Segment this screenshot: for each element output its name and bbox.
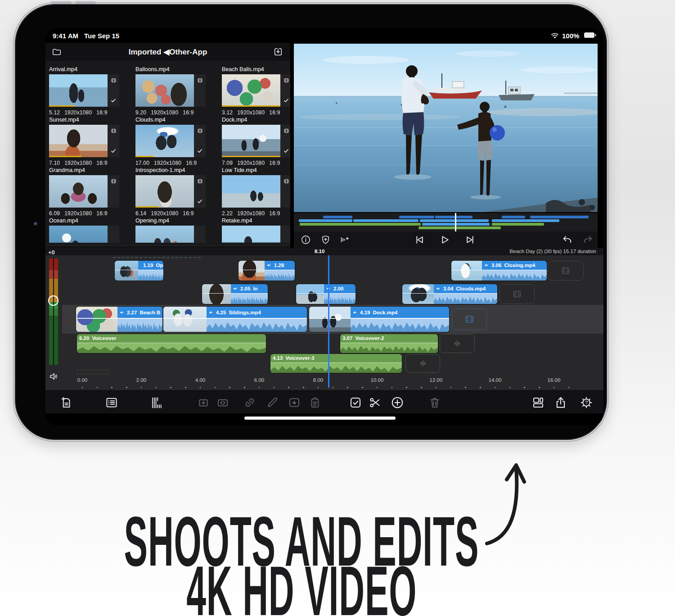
overview-playhead[interactable]	[455, 213, 456, 231]
library-clip[interactable]: Balloons.mp4 9.201920x108016:9	[135, 66, 218, 116]
timeline-clip-clouds[interactable]: 3.04Clouds.mp4	[402, 284, 497, 304]
timeline-clip-dock[interactable]: 4.19Dock.mp4	[309, 307, 449, 332]
audio-level-knob[interactable]	[48, 295, 58, 306]
track-hint-dashed	[113, 257, 201, 258]
audio-clip-voiceover[interactable]: 6.20Voiceover	[77, 334, 266, 353]
skip-to-end-button[interactable]	[465, 234, 476, 245]
clip-thumbnail	[49, 175, 108, 208]
library-clip[interactable]: Sunset.mp4 7.101920x108016:9	[49, 117, 132, 166]
edit-clip-button[interactable]	[266, 396, 279, 409]
ruler-tick-label: 14.00	[489, 377, 502, 383]
library-clip[interactable]: Ocean.mp4	[49, 217, 132, 243]
library-clip[interactable]: Opening.mp4	[135, 217, 218, 243]
library-clip[interactable]: Grandma.mp4 6.091920x108016:9	[49, 167, 132, 217]
video-preview[interactable]	[294, 44, 598, 212]
select-mode-button[interactable]	[349, 396, 362, 409]
effects-button[interactable]	[288, 396, 301, 409]
clip-placeholder-video[interactable]	[548, 261, 584, 281]
library-clip[interactable]: Arrival.mp4 5.121920x108016:9	[49, 66, 132, 116]
library-clip[interactable]: Introspection-1.mp4 6.141920x108016:9	[135, 167, 218, 217]
playhead[interactable]	[328, 255, 329, 388]
timeline-header: 8.10 Beach Day (2) (30 fps) 15.17 durati…	[45, 248, 603, 255]
clip-info: 7.101920x108016:9	[49, 160, 132, 166]
check-icon	[283, 148, 289, 154]
transition-button[interactable]	[216, 396, 230, 409]
speaker-icon	[120, 310, 124, 315]
clip-info: 6.091920x108016:9	[49, 210, 132, 217]
clip-placeholder-audio[interactable]	[405, 354, 440, 373]
clip-badges	[194, 74, 206, 107]
home-indicator[interactable]	[244, 417, 396, 420]
library-header: Imported ◀Other-App	[45, 43, 290, 61]
check-icon	[110, 97, 117, 104]
audio-clip-voiceover3[interactable]: 4.13Voiceover-3	[270, 354, 402, 373]
redo-button[interactable]	[582, 234, 594, 245]
clip-placeholder-main[interactable]	[452, 308, 487, 330]
audio-level-meter[interactable]	[49, 258, 58, 365]
insert-clip-button[interactable]	[197, 396, 210, 409]
timeline-clip-beachballs[interactable]: 2.27Beach B	[76, 307, 162, 332]
wifi-icon	[550, 31, 559, 40]
preview-toolbar	[294, 231, 598, 248]
preview-panel	[294, 43, 603, 248]
timeline-clip-closing[interactable]: 3.06Closing.mp4	[451, 261, 547, 281]
clip-placeholder-audio[interactable]	[440, 334, 475, 353]
gain-label: +0	[48, 249, 55, 256]
play-button[interactable]	[439, 234, 450, 245]
status-date: Tue Sep 15	[84, 32, 119, 40]
info-icon[interactable]	[301, 235, 311, 245]
timeline-clip[interactable]: 2.00	[296, 284, 356, 304]
clip-progress-bar	[222, 156, 280, 158]
audio-wave-icon	[418, 358, 428, 368]
ruler-tick-label: 12.00	[430, 377, 443, 383]
clip-details-button[interactable]	[105, 396, 118, 409]
check-icon	[197, 198, 203, 204]
add-clip-button[interactable]	[391, 396, 404, 409]
clip-placeholder-video[interactable]	[500, 284, 535, 304]
ruler-tick-label: 0.00	[77, 377, 87, 383]
timeline-clip-opening[interactable]: 1.19Oper	[115, 261, 163, 281]
delete-clip-button[interactable]	[428, 396, 441, 409]
ruler-tick-label: 4.00	[195, 377, 205, 383]
film-icon	[512, 289, 522, 299]
timeline-clip-siblings[interactable]: 4.25Siblings.mp4	[163, 307, 307, 332]
timeline-zoom-button[interactable]	[150, 396, 164, 409]
link-clips-button[interactable]	[243, 396, 256, 409]
layout-button[interactable]	[531, 396, 545, 409]
clip-name: Ocean.mp4	[49, 217, 132, 225]
check-icon	[110, 148, 117, 154]
undo-button[interactable]	[562, 234, 573, 245]
clip-thumbnail	[49, 226, 108, 243]
media-library-panel: Imported ◀Other-App Arrival.mp4 5.121920…	[45, 43, 290, 248]
timeline-clip[interactable]: 1.28	[238, 261, 295, 281]
library-title[interactable]: Imported ◀Other-App	[45, 47, 290, 57]
shield-add-icon[interactable]	[320, 235, 331, 245]
import-icon[interactable]	[273, 47, 283, 57]
speaker-icon	[484, 263, 489, 267]
clip-name: Balloons.mp4	[135, 66, 218, 73]
add-audio-icon[interactable]	[339, 235, 350, 245]
split-clip-button[interactable]	[368, 396, 382, 409]
clip-thumbnail	[222, 226, 280, 243]
clip-thumbnail	[222, 74, 280, 107]
film-icon	[561, 266, 571, 276]
skip-to-start-button[interactable]	[414, 234, 425, 245]
timeline-clip-introspection[interactable]: 2.05In	[202, 284, 268, 304]
clip-name: Sunset.mp4	[49, 117, 132, 124]
audio-clip-voiceover2[interactable]: 3.07Voiceover-2	[340, 334, 438, 353]
share-button[interactable]	[554, 396, 567, 409]
volume-up-button[interactable]	[51, 1, 72, 4]
add-to-timeline-button[interactable]	[59, 396, 73, 409]
clipboard-button[interactable]	[308, 396, 322, 409]
caption-line-2: 4K HD VIDEO	[76, 566, 526, 616]
page: { "status": {"time": "9:41 AM", "date": …	[0, 0, 675, 616]
settings-help-button[interactable]	[580, 396, 593, 409]
clip-info: 6.141920x108016:9	[135, 210, 218, 217]
clip-progress-bar	[49, 105, 75, 107]
time-ruler[interactable]: 0.00 2.00 4.00 6.00 8.00 10.00 12.00 14.…	[45, 377, 603, 390]
clip-thumbnail	[135, 226, 194, 243]
library-clip[interactable]: Clouds.mp4 17.001920x108016:9	[135, 117, 218, 166]
timeline-overview[interactable]	[294, 213, 598, 231]
ruler-tick-label: 16.00	[548, 377, 561, 383]
volume-down-button[interactable]	[75, 1, 96, 4]
